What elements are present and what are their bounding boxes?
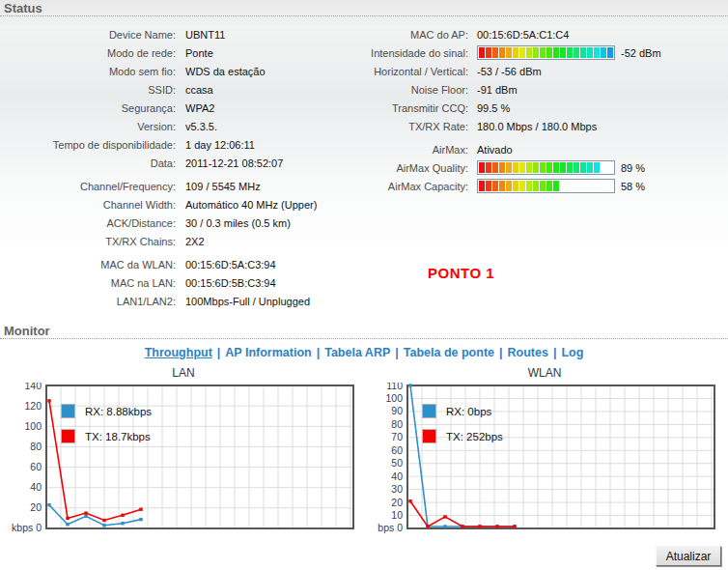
field-value: v5.3.5. <box>185 121 217 132</box>
field-value: -53 / -56 dBm <box>477 66 542 77</box>
status-section-title: Status <box>0 0 728 16</box>
signal-bar-segment <box>499 162 505 173</box>
left-status-row: Modo sem fio:WDS da estação <box>0 62 367 80</box>
right-status-row: AirMax Capacity:58 % <box>367 177 728 195</box>
legend-label: RX: 8.88kbps <box>85 406 152 417</box>
left-status-row: MAC da WLAN:00:15:6D:5A:C3:94 <box>0 255 367 273</box>
refresh-button[interactable]: Atualizar <box>656 546 721 566</box>
signal-bar-segment <box>526 47 532 58</box>
tab-throughput[interactable]: Throughput <box>145 346 212 359</box>
field-value: 00:15:6D:5A:C3:94 <box>185 259 276 271</box>
signal-bar-segment <box>553 162 559 173</box>
y-tick-label: 20 <box>30 501 42 513</box>
legend-item-tx: TX: 18.7kbps <box>61 428 152 444</box>
right-status-row: AirMax Quality:89 % <box>367 158 728 177</box>
signal-bar-segment <box>479 47 485 58</box>
field-label: Transmitir CCQ: <box>367 102 477 114</box>
tab-tabela-de-ponte[interactable]: Tabela de ponte <box>404 346 494 359</box>
wlan-chart-title: WLAN <box>371 366 718 383</box>
signal-bar-segment <box>553 47 559 58</box>
left-status-row: Version:v5.3.5. <box>0 117 367 135</box>
signal-bar-segment <box>492 47 498 58</box>
tab-routes[interactable]: Routes <box>508 346 548 359</box>
field-value: Ativado <box>477 144 513 156</box>
signal-bar-segment <box>533 47 539 58</box>
signal-bar-segment <box>553 181 559 191</box>
monitor-section-title: Monitor <box>0 323 728 339</box>
field-value: 100Mbps-Full / Unplugged <box>185 296 310 307</box>
rx-legend-swatch <box>422 404 436 418</box>
y-tick-label: 120 <box>24 400 42 412</box>
field-label: Tempo de disponibilidade: <box>0 139 185 151</box>
signal-bar-segment <box>540 162 546 173</box>
field-label: AirMax: <box>367 144 477 156</box>
signal-bar-segment <box>567 47 573 58</box>
signal-bar-segment <box>560 162 566 173</box>
left-status-row: TX/RX Chains:2X2 <box>0 232 367 250</box>
field-label: TX/RX Rate: <box>367 121 477 132</box>
signal-bar-segment <box>506 47 512 58</box>
tab-tabela-arp[interactable]: Tabela ARP <box>324 346 390 359</box>
field-value: -52 dBm <box>621 47 661 59</box>
legend-item-rx: RX: 0bps <box>422 403 503 419</box>
field-value: 180.0 Mbps / 180.0 Mbps <box>477 121 597 132</box>
field-label: AirMax Capacity: <box>367 181 477 192</box>
tab-ap-information[interactable]: AP Information <box>225 346 311 359</box>
signal-bar-segment <box>560 47 566 58</box>
right-status-row: Transmitir CCQ:99.5 % <box>367 99 728 117</box>
field-value: Automático 40 MHz (Upper) <box>185 199 317 211</box>
field-label: SSID: <box>0 84 185 96</box>
y-tick-label: 70 <box>391 431 403 442</box>
status-left-column: Device Name:UBNT11Modo de rede:PonteModo… <box>0 25 367 310</box>
signal-bar-segment <box>594 162 600 173</box>
signal-bar-segment <box>506 181 512 191</box>
tab-separator: | <box>212 346 226 359</box>
y-tick-label: 20 <box>391 497 403 508</box>
right-status-row: Noise Floor:-91 dBm <box>367 80 728 99</box>
signal-bar-segment <box>540 47 546 58</box>
field-value: Ponte <box>185 47 213 59</box>
y-tick-label: 80 <box>391 418 403 430</box>
field-label: AirMax Quality: <box>367 162 477 174</box>
field-value: WPA2 <box>185 102 214 114</box>
tx-legend-swatch <box>61 429 75 443</box>
left-status-row: LAN1/LAN2:100Mbps-Full / Unplugged <box>0 292 367 310</box>
field-label: Version: <box>0 121 185 132</box>
rx-legend-swatch <box>61 404 75 418</box>
signal-bar-segment <box>587 47 593 58</box>
field-label: ACK/Distance: <box>0 217 185 229</box>
legend-label: RX: 0bps <box>446 406 491 417</box>
lan-chart: LAN14012010080604020kbps 0RX: 8.88kbpsTX… <box>10 366 357 539</box>
field-value: 58 % <box>621 181 645 192</box>
y-tick-label: 60 <box>391 444 403 456</box>
y-tick-label: 10 <box>391 509 403 521</box>
field-value: 89 % <box>621 162 645 174</box>
signal-bar-segment <box>479 181 485 191</box>
y-tick-label: 100 <box>385 392 403 404</box>
signal-bar-segment <box>486 47 491 58</box>
y-tick-label: 110 <box>386 383 403 391</box>
tab-log[interactable]: Log <box>561 346 583 359</box>
field-label: Channel/Frequency: <box>0 181 185 192</box>
signal-bar-segment <box>546 162 552 173</box>
signal-bar-segment <box>513 47 518 58</box>
right-status-row: Horizontal / Vertical:-53 / -56 dBm <box>367 62 728 80</box>
signal-bar-segment <box>519 162 525 173</box>
left-status-row: SSID:ccasa <box>0 80 367 99</box>
right-status-row: AirMax:Ativado <box>367 140 728 158</box>
left-status-row: Device Name:UBNT11 <box>0 25 367 43</box>
signal-bar-segment <box>526 162 532 173</box>
legend-item-tx: TX: 252bps <box>422 428 503 444</box>
signal-bar-segment <box>540 181 546 191</box>
signal-bar-segment <box>492 181 498 191</box>
field-value: -91 dBm <box>477 84 518 96</box>
left-status-row: Channel Width:Automático 40 MHz (Upper) <box>0 195 367 214</box>
signal-bar-segment <box>519 47 525 58</box>
tab-separator: | <box>494 346 508 359</box>
y-tick-label: 50 <box>391 457 403 469</box>
field-label: MAC da WLAN: <box>0 259 185 271</box>
field-value: 99.5 % <box>477 102 510 114</box>
field-value: 1 day 12:06:11 <box>185 139 255 151</box>
tab-separator: | <box>312 346 325 359</box>
signal-bar-segment <box>567 162 573 173</box>
